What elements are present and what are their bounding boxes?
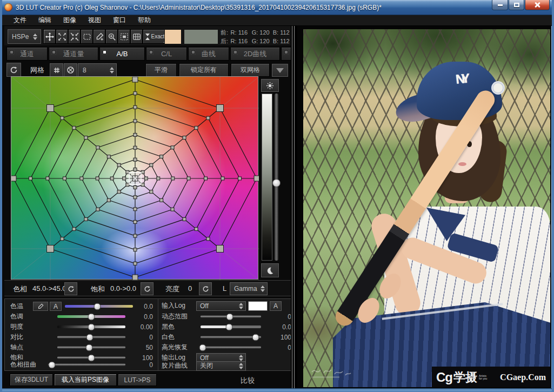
dynamic-range-slider-handle[interactable] <box>226 313 233 320</box>
lut-to-ps-button[interactable]: LUT->PS <box>118 374 157 386</box>
minimize-button[interactable] <box>492 0 508 10</box>
brightness-value: 0.00 <box>141 323 153 331</box>
input-log-select[interactable]: Off <box>196 301 246 311</box>
sat-label: 饱和 <box>91 284 105 294</box>
white-slider-handle[interactable] <box>252 334 259 341</box>
contrast-slider[interactable] <box>57 336 125 338</box>
tab-channels[interactable]: 通道 <box>6 47 48 61</box>
brightness-slider-handle[interactable] <box>88 323 95 330</box>
panel-collapse-button[interactable] <box>272 64 288 77</box>
input-log-value: Off <box>200 302 209 310</box>
sample-color-swatch[interactable] <box>164 29 182 44</box>
reset-grid-button[interactable] <box>6 63 21 77</box>
cap-logo: NY <box>455 71 467 87</box>
tab-ab[interactable]: A/B <box>99 47 145 61</box>
tab-indicator <box>233 50 237 54</box>
luminance-slider-handle[interactable] <box>272 179 281 187</box>
compare-toggle[interactable]: 比较 <box>241 376 255 386</box>
curve-mode-select[interactable]: Gamma <box>230 282 268 295</box>
image-preview-area: NY Cg 学摄 Artists for you CGaep.Com <box>297 26 551 388</box>
smooth-button[interactable]: 平滑 <box>145 63 177 77</box>
contrast-slider-handle[interactable] <box>86 334 94 341</box>
hue-reset-button[interactable] <box>64 282 77 295</box>
input-auto-button[interactable]: A <box>270 301 282 311</box>
dual-grid-button[interactable]: 双网格 <box>231 63 270 77</box>
photo-signature <box>310 366 353 380</box>
expand-view-button[interactable] <box>56 29 68 44</box>
tab-indicator <box>52 50 56 54</box>
brightness-slider[interactable] <box>57 325 125 328</box>
menu-edit[interactable]: 编辑 <box>32 15 57 26</box>
watermark-tagline: Artists for you <box>479 375 488 380</box>
zoom-tool-button[interactable] <box>105 29 118 44</box>
menu-image[interactable]: 图像 <box>57 15 82 26</box>
tab-curves[interactable]: 曲线 <box>188 47 229 61</box>
highlight-recovery-slider-handle[interactable] <box>199 344 206 351</box>
tint-slider-handle[interactable] <box>88 313 95 320</box>
ab-color-grid[interactable] <box>11 76 258 280</box>
photo-canvas[interactable]: NY Cg 学摄 Artists for you CGaep.Com <box>303 29 550 387</box>
dynamic-range-slider[interactable] <box>201 315 261 318</box>
move-tool-button[interactable] <box>43 29 56 44</box>
tab-indicator <box>103 50 106 54</box>
pivot-slider[interactable] <box>57 346 125 349</box>
panel-splitter[interactable] <box>291 26 297 388</box>
pivot-slider-handle[interactable] <box>86 344 93 351</box>
save-3dlut-button[interactable]: 保存3DLUT <box>10 374 53 386</box>
temp-auto-button[interactable]: A <box>50 302 62 311</box>
eyedropper-icon <box>95 32 104 41</box>
sat-reset-button[interactable] <box>141 282 153 295</box>
grid-size-stepper[interactable]: 8 <box>78 63 117 77</box>
temp-slider[interactable] <box>65 305 133 308</box>
maximize-button[interactable] <box>509 0 524 10</box>
result-color-swatch[interactable] <box>184 29 218 44</box>
subject-lips <box>458 162 466 166</box>
grid-mode-button[interactable] <box>50 63 63 77</box>
color-mode-select[interactable]: HSPe <box>8 29 41 44</box>
input-white-swatch[interactable] <box>248 301 268 311</box>
film-curve-select[interactable]: 关闭 <box>196 361 246 371</box>
hue-warp-slider[interactable] <box>48 363 125 366</box>
hue-value: 45.0->45.0 <box>32 284 66 293</box>
refresh-icon <box>144 285 151 293</box>
close-button[interactable] <box>525 0 550 10</box>
highlights-button[interactable] <box>261 79 279 92</box>
hue-warp-slider-handle[interactable] <box>49 361 56 368</box>
baseball-cap <box>417 62 502 120</box>
menu-help[interactable]: 帮助 <box>132 15 157 26</box>
tab-indicator <box>149 50 153 54</box>
temp-picker-button[interactable] <box>33 302 48 311</box>
black-slider[interactable] <box>201 325 261 328</box>
highlight-recovery-slider[interactable] <box>201 346 261 349</box>
lum-reset-button[interactable] <box>199 282 212 295</box>
menu-window[interactable]: 窗口 <box>107 15 132 26</box>
marquee-tool-button[interactable] <box>81 29 93 44</box>
wheel-mode-button[interactable] <box>64 63 77 77</box>
title-bar[interactable]: 3D LUT Creator Pro (c) Oleg Sharonov - C… <box>0 0 554 15</box>
collapse-view-button[interactable] <box>68 29 81 44</box>
brightness-label: 明度 <box>10 322 57 331</box>
eyedropper-tool-button[interactable] <box>93 29 105 44</box>
temp-slider-handle[interactable] <box>94 303 101 310</box>
tab-2dcurves[interactable]: 2D曲线 <box>230 47 280 61</box>
menu-view[interactable]: 视图 <box>82 15 107 26</box>
menu-file[interactable]: 文件 <box>8 15 32 26</box>
lock-all-button[interactable]: 锁定所有 <box>179 63 229 77</box>
tint-slider[interactable] <box>57 315 125 318</box>
tint-label: 色调 <box>10 312 57 321</box>
luminance-slider[interactable] <box>275 94 278 261</box>
exact-mode-button[interactable]: Exact <box>143 29 167 44</box>
black-slider-handle[interactable] <box>225 323 232 330</box>
window-border-glass <box>551 26 554 388</box>
white-slider[interactable] <box>201 336 261 338</box>
tab-volume[interactable]: 通道量 <box>49 47 98 61</box>
grid-view-button[interactable] <box>130 29 143 44</box>
chevron-updown-icon <box>258 285 267 292</box>
after-r: R: 116 <box>231 37 252 45</box>
load-ps-image-button[interactable]: 载入当前PS图像 <box>54 374 117 386</box>
saturation-slider[interactable] <box>57 356 125 359</box>
selection-mask-button[interactable] <box>118 29 130 44</box>
shadows-button[interactable] <box>261 263 279 277</box>
tab-cl[interactable]: C/L <box>146 47 187 61</box>
sliders-panel: 色温 A 0.0 色调 0.0 明度 0.00 对比 0 轴点 50 <box>4 298 294 371</box>
